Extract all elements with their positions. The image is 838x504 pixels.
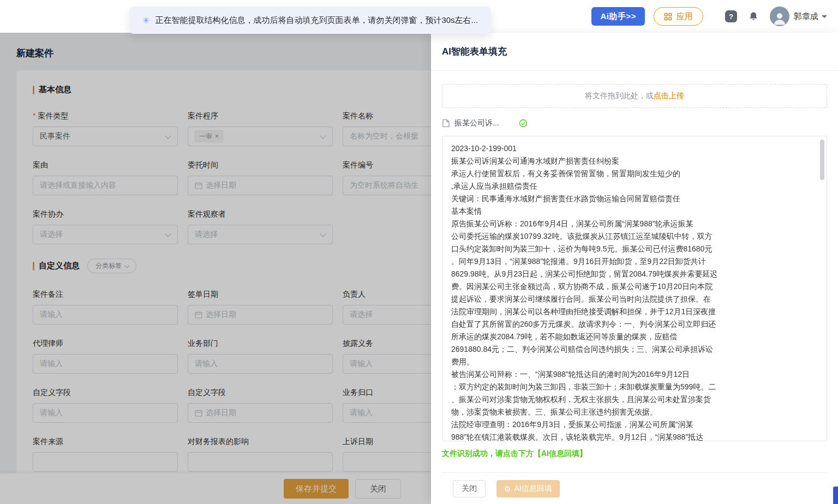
gear-icon: ⚙ [504, 484, 511, 493]
file-icon [442, 119, 450, 128]
ai-assistant-button[interactable]: Ai助手>> [591, 7, 645, 26]
floating-widget[interactable] [833, 487, 838, 504]
drawer-body: 将文件拖到此处，或点击上传 振某公司诉... 2023-10-2-199-001… [431, 71, 838, 504]
ai-fill-drawer: AI智能表单填充 将文件拖到此处，或点击上传 振某公司诉... 2023-10-… [431, 33, 838, 504]
drawer-header: AI智能表单填充 [431, 33, 838, 71]
drawer-footer: 关闭 ⚙ AI信息回填 [442, 472, 827, 504]
toast-text: 正在智能提取结构化信息，成功后将自动填充到页面表单，请勿关闭弹窗，预计30s左右… [155, 15, 478, 26]
apps-button-label: 应用 [677, 11, 693, 22]
grid-icon [664, 13, 672, 21]
status-message: 文件识别成功，请点击下方【AI信息回填】 [442, 449, 827, 459]
ai-backfill-button[interactable]: ⚙ AI信息回填 [496, 480, 560, 497]
chevron-down-icon[interactable] [822, 15, 827, 21]
upload-link[interactable]: 点击上传 [654, 91, 684, 101]
toast-notification: ✳ 正在智能提取结构化信息，成功后将自动填充到页面表单，请勿关闭弹窗，预计30s… [129, 7, 491, 34]
document-text: 2023-10-2-199-001 振某公司诉润某公司通海水域财产损害责任纠纷案… [451, 142, 812, 441]
check-circle-icon [519, 119, 528, 128]
spinner-icon: ✳ [142, 15, 149, 26]
uploaded-file-row[interactable]: 振某公司诉... [442, 117, 827, 129]
apps-button[interactable]: 应用 [654, 7, 703, 26]
user-name[interactable]: 郭章成 [794, 11, 818, 22]
document-preview[interactable]: 2023-10-2-199-001 振某公司诉润某公司通海水域财产损害责任纠纷案… [442, 136, 827, 441]
scrollbar-thumb[interactable] [820, 140, 824, 180]
drawer-close-button[interactable]: 关闭 [453, 480, 486, 497]
help-icon[interactable]: ? [725, 10, 737, 22]
file-name: 振某公司诉... [454, 118, 499, 128]
drawer-title: AI智能表单填充 [442, 45, 507, 58]
avatar[interactable] [770, 7, 789, 26]
bell-icon[interactable] [748, 11, 759, 22]
upload-dropzone[interactable]: 将文件拖到此处，或点击上传 [442, 84, 827, 108]
